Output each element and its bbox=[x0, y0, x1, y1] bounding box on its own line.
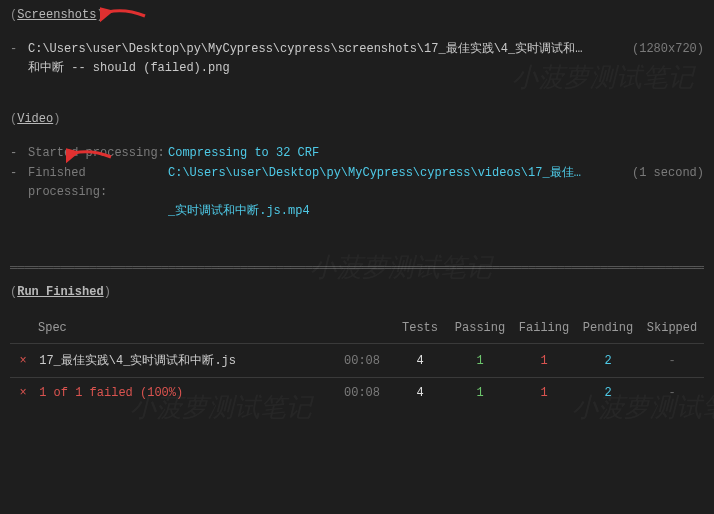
summary-tests: 4 bbox=[392, 378, 448, 409]
video-compress-info: Compressing to 32 CRF bbox=[168, 144, 319, 163]
summary-failing: 1 bbox=[512, 378, 576, 409]
passing-count: 1 bbox=[448, 344, 512, 378]
summary-time: 00:08 bbox=[332, 378, 392, 409]
summary-pending: 2 bbox=[576, 378, 640, 409]
results-header-row: Spec Tests Passing Failing Pending Skipp… bbox=[10, 313, 704, 344]
screenshot-entry: - C:\Users\user\Desktop\py\MyCypress\cyp… bbox=[10, 40, 704, 59]
summary-text: 1 of 1 failed (100%) bbox=[39, 386, 183, 400]
screenshot-dimensions: (1280x720) bbox=[622, 40, 704, 59]
summary-skipped: - bbox=[640, 378, 704, 409]
spec-name: 17_最佳实践\4_实时调试和中断.js bbox=[39, 354, 236, 368]
table-row: × 17_最佳实践\4_实时调试和中断.js 00:08 4 1 1 2 - bbox=[10, 344, 704, 378]
spec-time: 00:08 bbox=[332, 344, 392, 378]
screenshot-entry-cont: 和中断 -- should (failed).png bbox=[10, 59, 704, 78]
divider-line: ════════════════════════════════════════… bbox=[10, 261, 704, 275]
summary-passing: 1 bbox=[448, 378, 512, 409]
skipped-count: - bbox=[640, 344, 704, 378]
fail-x-icon: × bbox=[14, 354, 32, 368]
pending-count: 2 bbox=[576, 344, 640, 378]
video-started-line: - Started processing: Compressing to 32 … bbox=[10, 144, 704, 163]
col-passing: Passing bbox=[448, 313, 512, 344]
video-finished-line: - Finished processing: C:\Users\user\Des… bbox=[10, 164, 704, 202]
col-spec: Spec bbox=[10, 313, 332, 344]
run-finished-heading: (Run Finished) bbox=[10, 285, 704, 299]
video-finished-line-cont: _实时调试和中断.js.mp4 bbox=[10, 202, 704, 221]
screenshot-path: C:\Users\user\Desktop\py\MyCypress\cypre… bbox=[28, 40, 622, 59]
summary-row: × 1 of 1 failed (100%) 00:08 4 1 1 2 - bbox=[10, 378, 704, 409]
col-pending: Pending bbox=[576, 313, 640, 344]
failing-count: 1 bbox=[512, 344, 576, 378]
video-output-path: C:\Users\user\Desktop\py\MyCypress\cypre… bbox=[168, 164, 581, 183]
screenshots-heading: (Screenshots) bbox=[10, 8, 704, 22]
fail-x-icon: × bbox=[14, 386, 32, 400]
col-skipped: Skipped bbox=[640, 313, 704, 344]
results-table: Spec Tests Passing Failing Pending Skipp… bbox=[10, 313, 704, 408]
video-duration: (1 second) bbox=[622, 164, 704, 183]
col-failing: Failing bbox=[512, 313, 576, 344]
video-heading: (Video) bbox=[10, 112, 704, 126]
tests-count: 4 bbox=[392, 344, 448, 378]
col-tests: Tests bbox=[392, 313, 448, 344]
